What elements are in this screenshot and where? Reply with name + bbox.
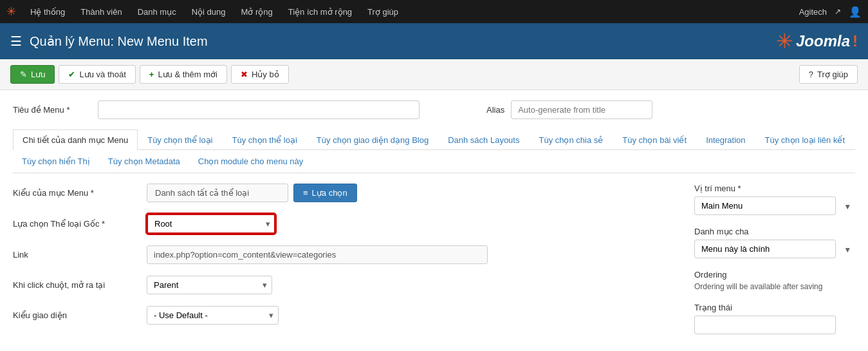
- user-avatar-icon[interactable]: 👤: [849, 6, 862, 18]
- root-category-control: Root ▾: [147, 214, 275, 234]
- save-button[interactable]: ✎ Lưu: [10, 65, 55, 84]
- tab-tuychon-baiviet[interactable]: Tùy chọn bài viết: [613, 129, 696, 150]
- plus-icon: +: [149, 70, 154, 79]
- help-label: Trợ giúp: [817, 70, 848, 79]
- danh-muc-cha-row: Danh mục cha Menu này là chính ▾: [694, 227, 855, 258]
- trang-thai-label: Trạng thái: [694, 303, 855, 312]
- tab-tuychon-lienkiet[interactable]: Tùy chọn loại liên kết: [755, 129, 854, 150]
- tab-integration[interactable]: Integration: [696, 129, 755, 150]
- click-label: Khi click chuột, mở ra tại: [13, 280, 142, 290]
- menu-title-label: Tiêu đề Menu *: [13, 105, 90, 115]
- vi-tri-row: Vị trí menu * Main Menu ▾: [694, 184, 855, 215]
- content-wrapper: Kiểu của mục Menu * Danh sách tất cả thể…: [13, 184, 855, 346]
- save-new-button[interactable]: + Lưu & thêm mới: [140, 65, 227, 84]
- kieu-menu-label: Kiểu của mục Menu *: [13, 188, 142, 198]
- lua-chon-icon: ≡: [303, 188, 308, 198]
- top-navbar-left: ✳ Hệ thống Thành viên Danh mục Nội dung …: [6, 0, 405, 23]
- trang-thai-select[interactable]: Xuất bản: [694, 316, 836, 334]
- kieu-gd-label: Kiểu giao diện: [13, 310, 142, 320]
- ordering-value: Ordering will be available after saving: [694, 282, 855, 291]
- tab-danhsach-layouts[interactable]: Danh sách Layouts: [438, 129, 529, 150]
- x-icon: ✖: [241, 70, 248, 79]
- tabs-container: Chi tiết của danh mục Menu Tùy chọn thể …: [13, 129, 855, 173]
- kieu-gd-row: Kiểu giao diện - Use Default - ▾: [13, 306, 681, 325]
- page-title: Quản lý Menu: New Menu Item: [30, 33, 208, 49]
- root-category-label: Lựa chọn Thể loại Gốc *: [13, 219, 142, 229]
- vi-tri-label: Vị trí menu *: [694, 184, 855, 193]
- alias-input[interactable]: [511, 100, 652, 119]
- save-label: Lưu: [31, 70, 45, 79]
- ordering-row: Ordering Ordering will be available afte…: [694, 270, 855, 291]
- save-close-button[interactable]: ✔ Lưu và thoát: [59, 65, 135, 84]
- root-category-row: Lựa chọn Thể loại Gốc * Root ▾: [13, 214, 681, 234]
- menu-title-input[interactable]: [98, 100, 420, 119]
- tabs-row1: Chi tiết của danh mục Menu Tùy chọn thể …: [13, 129, 855, 150]
- tab-tuychon2[interactable]: Tùy chọn thể loại: [223, 129, 307, 150]
- trang-thai-select-wrap: Xuất bản: [694, 316, 855, 334]
- save-icon: ✎: [20, 70, 27, 79]
- kieu-menu-value: Danh sách tất cả thể loại: [147, 184, 288, 202]
- link-input[interactable]: [147, 245, 488, 264]
- tab-tuychon-blog[interactable]: Tùy chọn giao diện dạng Blog: [307, 129, 438, 150]
- danh-muc-cha-select-wrap: Menu này là chính ▾: [694, 240, 855, 258]
- tab2-hienthi[interactable]: Tùy chọn hiển Thị: [13, 154, 99, 169]
- tab-chitiet[interactable]: Chi tiết của danh mục Menu: [13, 129, 138, 150]
- cancel-button[interactable]: ✖ Hủy bỏ: [231, 65, 289, 84]
- joomla-brand-icon: ✳: [6, 5, 16, 19]
- user-name[interactable]: Agitech: [799, 7, 827, 17]
- top-navbar: ✳ Hệ thống Thành viên Danh mục Nội dung …: [0, 0, 868, 23]
- nav-item-tienich[interactable]: Tiện ích mở rộng: [282, 0, 358, 23]
- joomla-logo: ✳ Joomla!: [776, 29, 858, 53]
- nav-item-thanhvien[interactable]: Thành viên: [74, 0, 128, 23]
- save-new-label: Lưu & thêm mới: [158, 70, 217, 79]
- lua-chon-button[interactable]: ≡ Lựa chọn: [293, 184, 357, 202]
- kieu-menu-row: Kiểu của mục Menu * Danh sách tất cả thể…: [13, 184, 681, 202]
- external-link-icon: ↗: [835, 7, 841, 16]
- lua-chon-label: Lựa chọn: [312, 188, 347, 198]
- tabs-row2: Tùy chọn hiển Thị Tùy chọn Metadata Chọn…: [13, 150, 855, 173]
- click-select[interactable]: Parent: [147, 276, 272, 294]
- tab2-module[interactable]: Chọn module cho menu này: [189, 154, 312, 169]
- title-alias-row: Tiêu đề Menu * Alias: [13, 100, 855, 119]
- joomla-logo-bang: !: [853, 32, 858, 50]
- nav-item-trogiup[interactable]: Trợ giúp: [361, 0, 405, 23]
- help-button[interactable]: ? Trợ giúp: [799, 65, 858, 84]
- link-label: Link: [13, 250, 142, 260]
- tab-tuychon1[interactable]: Tùy chọn thể loại: [138, 129, 222, 150]
- sidebar-toggle-icon[interactable]: ☰: [10, 33, 22, 49]
- vi-tri-dropdown-icon: ▾: [845, 201, 850, 211]
- tab-tuychon-chiase[interactable]: Tùy chọn chia sẻ: [529, 129, 613, 150]
- save-close-label: Lưu và thoát: [79, 70, 125, 79]
- cancel-label: Hủy bỏ: [252, 70, 279, 79]
- vi-tri-select[interactable]: Main Menu: [694, 196, 836, 215]
- kieu-gd-select[interactable]: - Use Default -: [147, 306, 279, 325]
- danh-muc-cha-select[interactable]: Menu này là chính: [694, 240, 836, 258]
- root-category-select[interactable]: Root: [147, 214, 275, 234]
- content-left: Kiểu của mục Menu * Danh sách tất cả thể…: [13, 184, 681, 346]
- ordering-label: Ordering: [694, 270, 855, 280]
- nav-item-morong[interactable]: Mở rộng: [234, 0, 279, 23]
- toolbar: ✎ Lưu ✔ Lưu và thoát + Lưu & thêm mới ✖ …: [0, 59, 868, 90]
- main-content: Tiêu đề Menu * Alias Chi tiết của danh m…: [0, 90, 868, 351]
- joomla-logo-text: Joomla: [796, 32, 850, 50]
- vi-tri-select-wrap: Main Menu ▾: [694, 196, 855, 215]
- kieu-menu-control: Danh sách tất cả thể loại ≡ Lựa chọn: [147, 184, 357, 202]
- toolbar-left: ✎ Lưu ✔ Lưu và thoát + Lưu & thêm mới ✖ …: [10, 65, 289, 84]
- check-icon: ✔: [68, 70, 75, 79]
- danh-muc-cha-label: Danh mục cha: [694, 227, 855, 236]
- content-right: Vị trí menu * Main Menu ▾ Danh mục cha M…: [694, 184, 855, 346]
- nav-item-danhmuc[interactable]: Danh mục: [131, 0, 183, 23]
- trang-thai-row: Trạng thái Xuất bản: [694, 303, 855, 334]
- danh-muc-dropdown-icon: ▾: [845, 244, 850, 254]
- nav-item-noidung[interactable]: Nội dung: [185, 0, 232, 23]
- alias-label: Alias: [486, 105, 504, 115]
- tab2-metadata[interactable]: Tùy chọn Metadata: [99, 154, 189, 169]
- header-bar: ☰ Quản lý Menu: New Menu Item ✳ Joomla!: [0, 23, 868, 59]
- joomla-logo-icon: ✳: [776, 29, 793, 53]
- question-icon: ?: [809, 70, 813, 79]
- link-row: Link: [13, 245, 681, 264]
- toolbar-right: ? Trợ giúp: [799, 65, 858, 84]
- click-row: Khi click chuột, mở ra tại Parent ▾: [13, 276, 681, 294]
- header-bar-left: ☰ Quản lý Menu: New Menu Item: [10, 33, 208, 49]
- nav-item-hethong[interactable]: Hệ thống: [24, 0, 71, 23]
